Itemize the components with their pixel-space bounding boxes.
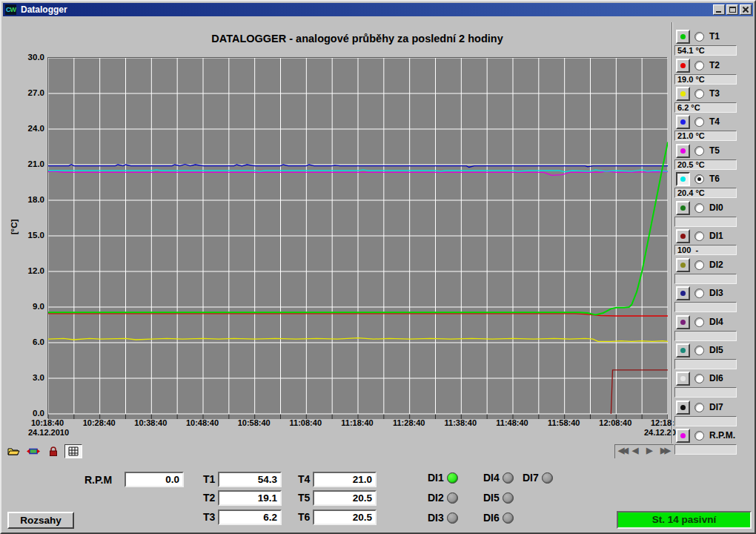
nav-first-button[interactable]: ◀◀ — [618, 446, 626, 455]
nav-last-button[interactable]: ▶▶ — [660, 446, 669, 455]
channel-value — [674, 217, 737, 227]
channel-radio[interactable] — [694, 32, 704, 42]
x-tick-label: 10:18:40 — [24, 418, 71, 428]
channel-radio[interactable] — [694, 146, 704, 156]
channel-color-button[interactable] — [676, 429, 690, 443]
alarm-lock-icon[interactable] — [44, 444, 62, 458]
temp-field-label-T6: T6 — [298, 511, 310, 523]
di-label-DI1: DI1 — [428, 472, 444, 484]
channel-radio[interactable] — [694, 317, 704, 327]
channel-radio[interactable] — [694, 61, 704, 70]
y-tick-label: 6.0 — [13, 337, 44, 347]
channel-T6: T620.4 °C — [673, 172, 756, 200]
channel-label: DI5 — [709, 345, 723, 355]
channel-radio[interactable] — [694, 231, 704, 241]
channel-color-dot — [680, 348, 686, 353]
channel-radio[interactable] — [694, 289, 704, 298]
channel-color-button[interactable] — [676, 258, 690, 272]
channel-color-button[interactable] — [676, 115, 690, 129]
channel-color-button[interactable] — [676, 229, 690, 243]
di-led-DI5 — [503, 492, 514, 504]
channel-radio[interactable] — [694, 374, 704, 383]
channel-color-button[interactable] — [676, 400, 690, 415]
ranges-button[interactable]: Rozsahy — [7, 512, 74, 529]
channel-color-dot — [680, 119, 686, 125]
temp-field-T2: 19.1 — [218, 490, 282, 506]
channel-value: 100 - — [674, 245, 737, 255]
channel-color-button[interactable] — [676, 201, 690, 215]
title-bar: CW Datalogger — [3, 3, 753, 16]
close-button[interactable] — [740, 4, 752, 15]
channel-radio[interactable] — [694, 260, 704, 270]
channel-radio[interactable] — [694, 89, 704, 99]
x-tick-label: 11:48:40 — [488, 418, 536, 428]
channel-color-button[interactable] — [676, 372, 690, 386]
channel-value: 54.1 °C — [674, 45, 737, 56]
channel-color-dot — [680, 405, 686, 410]
channel-list: T154.1 °CT219.0 °CT36.2 °CT421.0 °CT520.… — [673, 30, 756, 456]
channel-label: DI6 — [709, 373, 723, 383]
channel-color-dot — [680, 263, 686, 268]
grid-icon[interactable] — [64, 444, 82, 458]
y-tick-label: 12.0 — [13, 266, 44, 276]
channel-label: T3 — [709, 88, 720, 99]
channel-color-button[interactable] — [676, 172, 690, 186]
channel-color-button[interactable] — [676, 286, 690, 300]
channel-T5: T520.5 °C — [673, 144, 756, 172]
channel-color-button[interactable] — [676, 59, 690, 73]
temp-field-label-T5: T5 — [298, 492, 310, 504]
channel-color-dot — [680, 91, 686, 96]
temp-field-T3: 6.2 — [218, 510, 282, 525]
maximize-button[interactable] — [726, 4, 738, 15]
channel-color-button[interactable] — [676, 87, 690, 101]
x-tick-label: 10:38:40 — [127, 418, 174, 428]
x-tick-label: 10:48:40 — [179, 418, 226, 428]
channel-radio[interactable] — [694, 203, 704, 213]
channel-value: 20.4 °C — [674, 188, 737, 198]
di-led-DI7 — [542, 472, 553, 484]
chart-title: DATALOGGER - analogové průběhy za posled… — [47, 33, 667, 44]
channel-value: 21.0 °C — [674, 131, 737, 141]
di-label-DI7: DI7 — [523, 472, 539, 484]
y-tick-label: 3.0 — [13, 372, 44, 383]
channel-label: DI2 — [709, 260, 723, 270]
rpm-field-label: R.P.M — [84, 474, 112, 486]
channel-radio[interactable] — [694, 431, 704, 441]
channel-label: DI0 — [709, 202, 723, 213]
channel-color-button[interactable] — [676, 144, 690, 158]
x-tick-label: 11:28:40 — [385, 418, 433, 428]
nav-prev-button[interactable]: ◀ — [632, 446, 636, 455]
channel-value — [674, 331, 737, 341]
channel-color-button[interactable] — [676, 30, 690, 44]
channel-color-dot — [680, 34, 686, 39]
channel-radio[interactable] — [694, 117, 704, 127]
y-tick-label: 21.0 — [13, 159, 44, 169]
app-window: CW Datalogger DATALOGGER - analogové prů… — [0, 0, 756, 534]
channel-radio[interactable] — [694, 346, 704, 355]
channel-label: DI1 — [709, 231, 723, 241]
channel-label: T5 — [709, 145, 720, 156]
x-tick-label: 10:58:40 — [231, 418, 278, 428]
channel-radio[interactable] — [694, 174, 704, 184]
channel-DI2: DI2 — [673, 258, 756, 286]
channel-label: T1 — [709, 31, 720, 42]
channel-R.P.M.: R.P.M. — [673, 429, 756, 457]
y-tick-label: 24.0 — [13, 123, 44, 134]
status-badge: St. 14 pasivní — [617, 511, 752, 529]
channel-value — [674, 274, 737, 284]
channel-color-button[interactable] — [676, 343, 690, 357]
channel-color-button[interactable] — [676, 315, 690, 329]
minimize-button[interactable] — [713, 4, 725, 15]
x-tick-label: 11:18:40 — [334, 418, 381, 428]
open-folder-icon[interactable] — [4, 444, 22, 458]
nav-next-button[interactable]: ▶ — [646, 446, 650, 455]
channel-DI5: DI5 — [673, 343, 756, 372]
channel-radio[interactable] — [694, 403, 704, 412]
y-axis-unit-label: [°C] — [10, 213, 19, 241]
temp-field-label-T3: T3 — [203, 511, 215, 523]
fit-view-icon[interactable] — [24, 444, 42, 458]
y-tick-label: 9.0 — [13, 301, 44, 312]
channel-color-dot — [680, 205, 686, 211]
y-tick-label: 18.0 — [13, 194, 44, 205]
di-led-DI2 — [447, 492, 458, 504]
